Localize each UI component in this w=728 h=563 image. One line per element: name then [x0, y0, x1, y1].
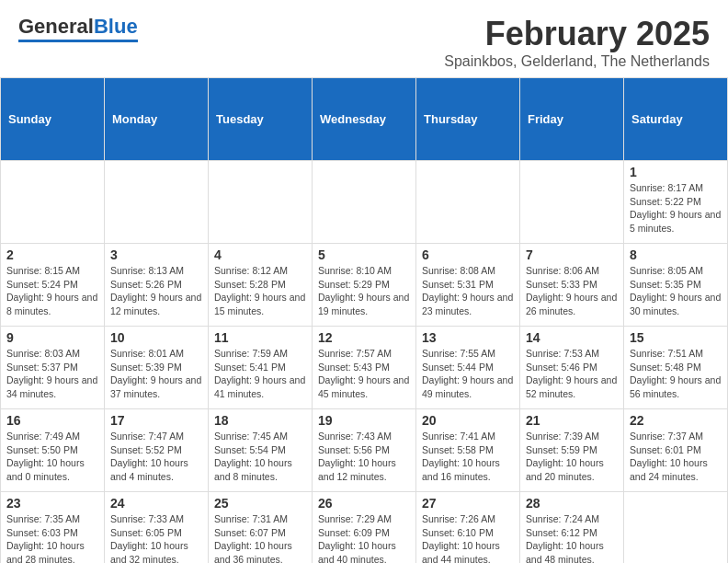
day-info: Sunrise: 7:59 AM Sunset: 5:41 PM Dayligh… [214, 347, 306, 401]
calendar-cell: 27Sunrise: 7:26 AM Sunset: 6:10 PM Dayli… [416, 492, 520, 564]
calendar-cell: 24Sunrise: 7:33 AM Sunset: 6:05 PM Dayli… [105, 492, 209, 564]
day-info: Sunrise: 7:47 AM Sunset: 5:52 PM Dayligh… [110, 430, 202, 484]
day-number: 22 [630, 413, 722, 428]
day-number: 10 [110, 330, 202, 345]
calendar-cell: 7Sunrise: 8:06 AM Sunset: 5:33 PM Daylig… [520, 244, 624, 327]
day-number: 25 [214, 496, 306, 511]
day-info: Sunrise: 7:24 AM Sunset: 6:12 PM Dayligh… [526, 512, 618, 563]
calendar-header-sunday: Sunday [1, 78, 105, 161]
day-number: 2 [6, 247, 98, 262]
day-info: Sunrise: 7:55 AM Sunset: 5:44 PM Dayligh… [422, 347, 514, 401]
calendar-cell: 8Sunrise: 8:05 AM Sunset: 5:35 PM Daylig… [624, 244, 728, 327]
month-title: February 2025 [444, 15, 710, 53]
calendar-week-3: 16Sunrise: 7:49 AM Sunset: 5:50 PM Dayli… [1, 409, 728, 492]
day-number: 28 [526, 496, 618, 511]
calendar-cell: 28Sunrise: 7:24 AM Sunset: 6:12 PM Dayli… [520, 492, 624, 564]
day-number: 20 [422, 413, 514, 428]
day-number: 7 [526, 247, 618, 262]
day-number: 8 [630, 247, 722, 262]
calendar-cell [105, 161, 209, 244]
calendar-cell: 20Sunrise: 7:41 AM Sunset: 5:58 PM Dayli… [416, 409, 520, 492]
calendar-cell: 11Sunrise: 7:59 AM Sunset: 5:41 PM Dayli… [209, 327, 313, 409]
calendar-cell: 12Sunrise: 7:57 AM Sunset: 5:43 PM Dayli… [313, 327, 416, 409]
calendar-cell: 14Sunrise: 7:53 AM Sunset: 5:46 PM Dayli… [520, 327, 624, 409]
calendar-header-thursday: Thursday [416, 78, 520, 161]
logo-general: General [18, 15, 94, 39]
day-number: 1 [630, 165, 722, 179]
logo: General Blue [18, 15, 138, 42]
day-info: Sunrise: 7:41 AM Sunset: 5:58 PM Dayligh… [422, 430, 514, 484]
calendar-cell: 18Sunrise: 7:45 AM Sunset: 5:54 PM Dayli… [209, 409, 313, 492]
calendar-cell: 17Sunrise: 7:47 AM Sunset: 5:52 PM Dayli… [105, 409, 209, 492]
day-info: Sunrise: 8:03 AM Sunset: 5:37 PM Dayligh… [6, 347, 98, 401]
day-info: Sunrise: 8:08 AM Sunset: 5:31 PM Dayligh… [422, 264, 514, 318]
day-info: Sunrise: 8:15 AM Sunset: 5:24 PM Dayligh… [6, 264, 98, 318]
logo-blue: Blue [94, 15, 138, 39]
day-number: 14 [526, 330, 618, 345]
calendar-cell: 26Sunrise: 7:29 AM Sunset: 6:09 PM Dayli… [313, 492, 416, 564]
day-info: Sunrise: 7:43 AM Sunset: 5:56 PM Dayligh… [318, 430, 410, 484]
calendar-week-4: 23Sunrise: 7:35 AM Sunset: 6:03 PM Dayli… [1, 492, 728, 564]
calendar-cell [624, 492, 728, 564]
day-number: 19 [318, 413, 410, 428]
day-number: 13 [422, 330, 514, 345]
calendar-header-monday: Monday [105, 78, 209, 161]
calendar-week-2: 9Sunrise: 8:03 AM Sunset: 5:37 PM Daylig… [1, 327, 728, 409]
calendar-week-0: 1Sunrise: 8:17 AM Sunset: 5:22 PM Daylig… [1, 161, 728, 244]
calendar-week-1: 2Sunrise: 8:15 AM Sunset: 5:24 PM Daylig… [1, 244, 728, 327]
calendar-cell [209, 161, 313, 244]
day-number: 12 [318, 330, 410, 345]
day-info: Sunrise: 8:05 AM Sunset: 5:35 PM Dayligh… [630, 264, 722, 318]
day-number: 26 [318, 496, 410, 511]
page-header: General Blue February 2025 Spainkbos, Ge… [0, 0, 728, 77]
calendar-cell: 9Sunrise: 8:03 AM Sunset: 5:37 PM Daylig… [1, 327, 105, 409]
calendar-cell [416, 161, 520, 244]
calendar-cell: 5Sunrise: 8:10 AM Sunset: 5:29 PM Daylig… [313, 244, 416, 327]
day-info: Sunrise: 7:33 AM Sunset: 6:05 PM Dayligh… [110, 512, 202, 563]
day-number: 4 [214, 247, 306, 262]
calendar-cell: 6Sunrise: 8:08 AM Sunset: 5:31 PM Daylig… [416, 244, 520, 327]
day-info: Sunrise: 8:06 AM Sunset: 5:33 PM Dayligh… [526, 264, 618, 318]
day-number: 15 [630, 330, 722, 345]
logo-underline [18, 40, 138, 42]
day-number: 24 [110, 496, 202, 511]
title-area: February 2025 Spainkbos, Gelderland, The… [444, 15, 710, 70]
day-number: 11 [214, 330, 306, 345]
day-info: Sunrise: 7:39 AM Sunset: 5:59 PM Dayligh… [526, 430, 618, 484]
day-number: 17 [110, 413, 202, 428]
calendar-cell: 10Sunrise: 8:01 AM Sunset: 5:39 PM Dayli… [105, 327, 209, 409]
calendar-cell: 22Sunrise: 7:37 AM Sunset: 6:01 PM Dayli… [624, 409, 728, 492]
calendar-cell: 23Sunrise: 7:35 AM Sunset: 6:03 PM Dayli… [1, 492, 105, 564]
day-number: 9 [6, 330, 98, 345]
calendar-cell: 4Sunrise: 8:12 AM Sunset: 5:28 PM Daylig… [209, 244, 313, 327]
day-info: Sunrise: 8:01 AM Sunset: 5:39 PM Dayligh… [110, 347, 202, 401]
location: Spainkbos, Gelderland, The Netherlands [444, 53, 710, 70]
day-info: Sunrise: 7:37 AM Sunset: 6:01 PM Dayligh… [630, 430, 722, 484]
day-number: 3 [110, 247, 202, 262]
calendar-cell: 2Sunrise: 8:15 AM Sunset: 5:24 PM Daylig… [1, 244, 105, 327]
calendar-cell: 25Sunrise: 7:31 AM Sunset: 6:07 PM Dayli… [209, 492, 313, 564]
calendar-cell: 1Sunrise: 8:17 AM Sunset: 5:22 PM Daylig… [624, 161, 728, 244]
calendar-cell [520, 161, 624, 244]
calendar-cell: 3Sunrise: 8:13 AM Sunset: 5:26 PM Daylig… [105, 244, 209, 327]
calendar-cell: 19Sunrise: 7:43 AM Sunset: 5:56 PM Dayli… [313, 409, 416, 492]
calendar-header-friday: Friday [520, 78, 624, 161]
day-number: 21 [526, 413, 618, 428]
day-info: Sunrise: 7:35 AM Sunset: 6:03 PM Dayligh… [6, 512, 98, 563]
calendar-header-saturday: Saturday [624, 78, 728, 161]
calendar-cell: 15Sunrise: 7:51 AM Sunset: 5:48 PM Dayli… [624, 327, 728, 409]
day-number: 23 [6, 496, 98, 511]
calendar-table: SundayMondayTuesdayWednesdayThursdayFrid… [0, 77, 728, 563]
calendar-cell: 13Sunrise: 7:55 AM Sunset: 5:44 PM Dayli… [416, 327, 520, 409]
day-number: 5 [318, 247, 410, 262]
day-info: Sunrise: 7:26 AM Sunset: 6:10 PM Dayligh… [422, 512, 514, 563]
calendar-header-tuesday: Tuesday [209, 78, 313, 161]
day-info: Sunrise: 7:51 AM Sunset: 5:48 PM Dayligh… [630, 347, 722, 401]
calendar-header-row: SundayMondayTuesdayWednesdayThursdayFrid… [1, 78, 728, 161]
calendar-cell [1, 161, 105, 244]
calendar-cell: 21Sunrise: 7:39 AM Sunset: 5:59 PM Dayli… [520, 409, 624, 492]
day-info: Sunrise: 8:12 AM Sunset: 5:28 PM Dayligh… [214, 264, 306, 318]
day-info: Sunrise: 7:57 AM Sunset: 5:43 PM Dayligh… [318, 347, 410, 401]
day-info: Sunrise: 7:49 AM Sunset: 5:50 PM Dayligh… [6, 430, 98, 484]
day-info: Sunrise: 7:31 AM Sunset: 6:07 PM Dayligh… [214, 512, 306, 563]
